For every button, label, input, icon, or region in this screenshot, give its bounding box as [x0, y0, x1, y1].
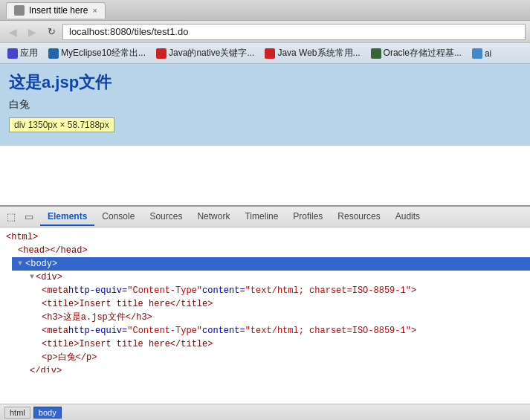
tab-title: Insert title here: [29, 5, 88, 16]
code-line-body[interactable]: ▼ <body>: [12, 257, 530, 271]
code-viewer: <html> <head></head> ▼ <body> ▼ <div> <m…: [0, 227, 530, 372]
devtools-panel: ⬚ ▭ Elements Console Sources Network Tim…: [0, 205, 530, 372]
bookmark-java2-label: Java Web系统常用...: [277, 47, 360, 59]
bookmark-java2[interactable]: Java Web系统常用...: [260, 45, 364, 61]
code-line-div-close[interactable]: </div>: [24, 364, 530, 372]
bookmark-java2-icon: [265, 48, 275, 59]
bookmark-ai-icon: [472, 48, 482, 59]
bookmark-ai-label: ai: [485, 48, 491, 59]
bookmark-oracle[interactable]: Oracle存储过程基...: [366, 45, 466, 61]
refresh-button[interactable]: ↻: [43, 24, 59, 40]
tab-resources[interactable]: Resources: [330, 208, 387, 226]
status-body[interactable]: body: [33, 407, 62, 419]
bookmark-apps-label: 应用: [20, 47, 38, 59]
bookmark-myeclipse-icon: [48, 48, 59, 59]
bookmark-apps-icon: [7, 48, 18, 59]
back-button[interactable]: ◀: [4, 24, 21, 40]
title-bar: Insert title here ×: [0, 0, 530, 21]
bookmark-ai[interactable]: ai: [468, 47, 496, 60]
status-html[interactable]: html: [4, 407, 30, 419]
tab-favicon: [14, 5, 25, 16]
bookmark-oracle-icon: [371, 48, 381, 59]
tab-sources[interactable]: Sources: [142, 208, 190, 226]
code-line-html[interactable]: <html>: [0, 230, 530, 244]
nav-bar: ◀ ▶ ↻ localhost:8080/tiles/test1.do: [0, 21, 530, 43]
code-line-title1[interactable]: <title>Insert title here</title>: [36, 297, 530, 311]
bookmarks-bar: 应用 MyEclipse10经常出... Java的native关键字... J…: [0, 43, 530, 64]
inspect-element-icon[interactable]: ⬚: [4, 210, 18, 224]
code-line-title2[interactable]: <title>Insert title here</title>: [36, 337, 530, 351]
devtools-toolbar: ⬚ ▭ Elements Console Sources Network Tim…: [0, 207, 530, 227]
url-text: localhost:8080/tiles/test1.do: [69, 26, 188, 37]
page-spacer: [0, 146, 530, 205]
address-bar[interactable]: localhost:8080/tiles/test1.do: [62, 24, 526, 40]
tab-console[interactable]: Console: [94, 208, 142, 226]
code-line-h3[interactable]: <h3>这是a.jsp文件</h3>: [36, 311, 530, 324]
status-bar: html body: [0, 404, 530, 420]
tab-profiles[interactable]: Profiles: [285, 208, 330, 226]
tab-elements[interactable]: Elements: [40, 208, 94, 226]
page-subtext: 白兔: [9, 98, 521, 112]
element-size-tooltip: div 1350px × 58.7188px: [9, 117, 114, 132]
bookmark-oracle-label: Oracle存储过程基...: [384, 47, 462, 59]
bookmark-apps[interactable]: 应用: [3, 45, 42, 61]
code-line-meta2[interactable]: <meta http-equiv="Content-Type" content=…: [36, 324, 530, 337]
mobile-icon[interactable]: ▭: [22, 210, 36, 224]
bookmark-java1-icon: [156, 48, 167, 59]
code-line-meta1[interactable]: <meta http-equiv="Content-Type" content=…: [36, 284, 530, 297]
bookmark-myeclipse[interactable]: MyEclipse10经常出...: [44, 45, 150, 61]
page-heading: 这是a.jsp文件: [9, 71, 521, 94]
bookmark-java1-label: Java的native关键字...: [169, 47, 254, 59]
tab-close-button[interactable]: ×: [92, 6, 97, 15]
bookmark-myeclipse-label: MyEclipse10经常出...: [61, 47, 146, 59]
browser-tab[interactable]: Insert title here ×: [6, 2, 106, 19]
code-line-p[interactable]: <p>白兔</p>: [36, 351, 530, 364]
tab-network[interactable]: Network: [190, 208, 237, 226]
bookmark-java1[interactable]: Java的native关键字...: [152, 45, 259, 61]
code-line-head[interactable]: <head></head>: [12, 244, 530, 257]
tab-audits[interactable]: Audits: [388, 208, 427, 226]
tab-timeline[interactable]: Timeline: [237, 208, 285, 226]
page-content: 这是a.jsp文件 白兔 div 1350px × 58.7188px: [0, 64, 530, 146]
code-line-div[interactable]: ▼ <div>: [24, 271, 530, 284]
forward-button[interactable]: ▶: [24, 24, 40, 40]
